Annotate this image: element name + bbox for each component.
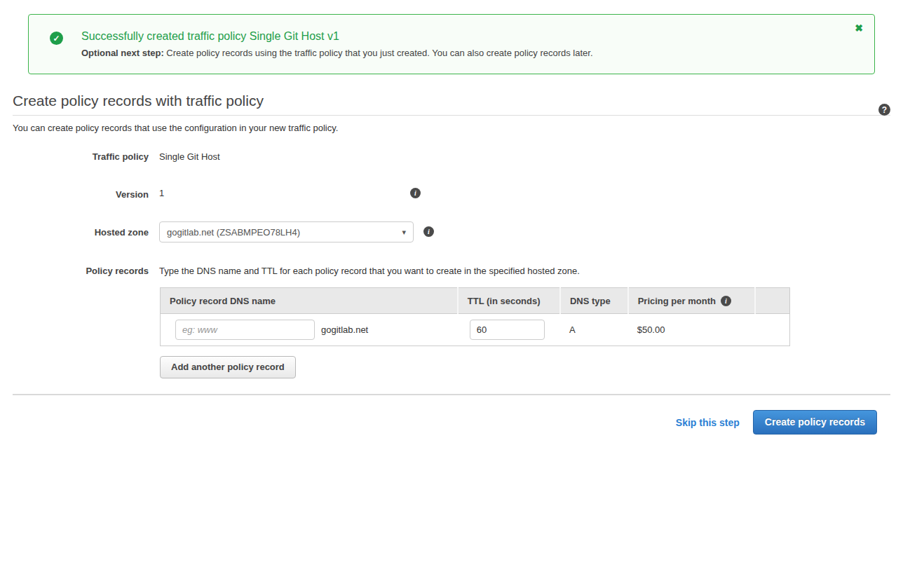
header-blank: [755, 288, 789, 314]
policy-records-table: Policy record DNS name TTL (in seconds) …: [160, 287, 790, 346]
success-check-icon: ✓: [50, 32, 63, 45]
skip-step-link[interactable]: Skip this step: [676, 417, 740, 428]
policy-record-form: Traffic policy Single Git Host Version 1…: [0, 150, 903, 378]
chevron-down-icon: ▾: [402, 228, 406, 237]
price-value: $50.00: [628, 314, 755, 346]
header-pricing-label: Pricing per month: [638, 296, 716, 306]
page-title: Create policy records with traffic polic…: [13, 93, 890, 109]
create-policy-records-button[interactable]: Create policy records: [753, 410, 877, 435]
traffic-policy-label: Traffic policy: [0, 150, 149, 162]
hosted-zone-label: Hosted zone: [0, 226, 149, 238]
hosted-zone-info-icon[interactable]: i: [423, 226, 434, 237]
footer-actions: Skip this step Create policy records: [0, 410, 877, 435]
header-pricing: Pricing per monthi: [628, 288, 755, 314]
pricing-info-icon[interactable]: i: [721, 296, 731, 306]
dns-type-value: A: [560, 314, 628, 346]
banner-next-step-label: Optional next step:: [81, 48, 164, 58]
close-icon[interactable]: ✖: [853, 22, 864, 34]
page-description: You can create policy records that use t…: [13, 123, 890, 133]
add-record-button[interactable]: Add another policy record: [160, 356, 296, 378]
ttl-input[interactable]: [470, 320, 545, 340]
policy-record-row: gogitlab.net A $50.00: [161, 314, 790, 346]
dns-name-input[interactable]: [175, 320, 315, 340]
dns-suffix: gogitlab.net: [321, 324, 368, 335]
traffic-policy-row: Traffic policy Single Git Host: [0, 150, 903, 188]
policy-records-label: Policy records: [0, 264, 149, 276]
header-divider: [13, 115, 890, 116]
policy-records-row: Policy records Type the DNS name and TTL…: [0, 264, 903, 276]
success-banner: ✓ Successfully created traffic policy Si…: [28, 14, 875, 74]
banner-next-step-text: Create policy records using the traffic …: [164, 48, 593, 58]
traffic-policy-value: Single Git Host: [159, 150, 220, 162]
footer-divider: [13, 394, 890, 395]
banner-title: Successfully created traffic policy Sing…: [81, 30, 846, 43]
page-header: Create policy records with traffic polic…: [13, 93, 890, 133]
policy-records-table-wrap: Policy record DNS name TTL (in seconds) …: [160, 287, 790, 346]
table-header-row: Policy record DNS name TTL (in seconds) …: [161, 288, 790, 314]
header-ttl: TTL (in seconds): [458, 288, 560, 314]
version-row: Version 1 i: [0, 188, 903, 226]
help-icon[interactable]: ?: [878, 104, 890, 116]
header-dns-name: Policy record DNS name: [161, 288, 458, 314]
header-dns-type: DNS type: [560, 288, 628, 314]
version-label: Version: [0, 188, 149, 200]
hosted-zone-selected-value: gogitlab.net (ZSABMPEO78LH4): [167, 227, 398, 238]
banner-message: Optional next step: Create policy record…: [81, 48, 846, 58]
policy-records-description: Type the DNS name and TTL for each polic…: [159, 264, 580, 276]
version-value: 1: [159, 188, 410, 198]
hosted-zone-select[interactable]: gogitlab.net (ZSABMPEO78LH4) ▾: [159, 221, 414, 242]
version-info-icon[interactable]: i: [410, 188, 421, 198]
hosted-zone-row: Hosted zone gogitlab.net (ZSABMPEO78LH4)…: [0, 226, 903, 264]
